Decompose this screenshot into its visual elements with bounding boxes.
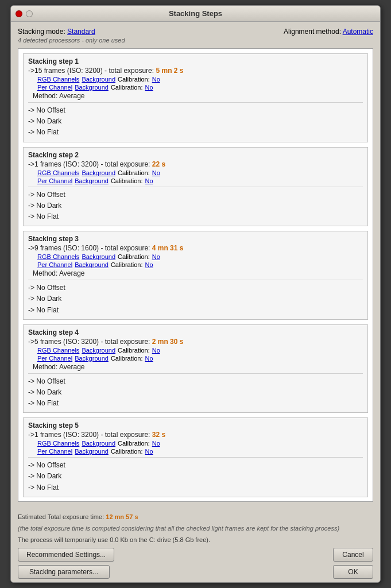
step-3-method: Method: Average — [33, 269, 363, 277]
step-1-bg-link1[interactable]: Background — [82, 76, 115, 83]
estimated-time-row: Estimated Total exposure time: 12 mn 57 … — [18, 512, 373, 522]
step-2-exposure: 22 s — [152, 160, 165, 168]
step-5-cal1-label: Calibration: — [118, 440, 150, 447]
step-3-title: Stacking step 3 — [28, 235, 363, 243]
step-1-links-row1: RGB Channels Background Calibration: No — [37, 76, 363, 83]
step-4-bg-link2[interactable]: Background — [75, 355, 109, 362]
step-1-info-0: -> No Offset — [28, 105, 363, 116]
step-4-cal2-label: Calibration: — [111, 355, 143, 362]
step-5-divider — [28, 457, 363, 458]
step-1-per-link[interactable]: Per Channel — [37, 84, 72, 91]
step-1-bg-link2[interactable]: Background — [75, 84, 109, 91]
step-3-divider — [28, 280, 363, 280]
minimize-button[interactable] — [26, 10, 33, 17]
step-3-per-link[interactable]: Per Channel — [37, 261, 72, 268]
cancel-button[interactable]: Cancel — [333, 548, 373, 562]
step-4-cal1-val[interactable]: No — [152, 347, 160, 354]
step-4-info-0: -> No Offset — [28, 376, 363, 387]
ok-button[interactable]: OK — [333, 565, 373, 579]
step-1-info: -> No Offset -> No Dark -> No Flat — [28, 105, 363, 138]
step-1-method: Method: Average — [33, 92, 363, 100]
step-3-links-row1: RGB Channels Background Calibration: No — [37, 253, 363, 260]
button-row-1: Recommended Settings... Cancel — [18, 548, 373, 562]
step-5-per-link[interactable]: Per Channel — [37, 448, 72, 455]
step-1-links-row2: Per Channel Background Calibration: No — [37, 84, 363, 91]
mode-value-link[interactable]: Standard — [67, 28, 95, 36]
step-4-bg-link1[interactable]: Background — [82, 347, 115, 354]
align-label: Alignment method: Automatic — [284, 28, 373, 36]
step-5-exposure: 32 s — [152, 431, 165, 439]
step-4-cal2-val[interactable]: No — [145, 355, 153, 362]
step-4-info-1: -> No Dark — [28, 387, 363, 398]
step-1-frames: ->15 frames (ISO: 3200) - total exposure… — [28, 67, 363, 75]
step-4-info-2: -> No Flat — [28, 398, 363, 409]
step-1-cal1-val[interactable]: No — [152, 76, 160, 83]
step-1-info-2: -> No Flat — [28, 127, 363, 138]
window-title: Stacking Steps — [169, 9, 222, 18]
step-5-cal2-val[interactable]: No — [145, 448, 153, 455]
step-box-2: Stacking step 2 ->1 frames (ISO: 3200) -… — [23, 147, 368, 227]
step-3-info-1: -> No Dark — [28, 293, 363, 304]
window-controls — [16, 10, 33, 17]
step-3-info-2: -> No Flat — [28, 305, 363, 316]
close-button[interactable] — [16, 10, 22, 17]
step-2-bg-link1[interactable]: Background — [82, 169, 115, 176]
align-value-link[interactable]: Automatic — [343, 28, 373, 36]
step-3-cal1-val[interactable]: No — [152, 253, 160, 260]
step-3-cal1-label: Calibration: — [118, 253, 150, 260]
step-5-info-0: -> No Offset — [28, 460, 363, 471]
mode-label: Stacking mode: Standard — [18, 28, 95, 36]
step-2-frames: ->1 frames (ISO: 3200) - total exposure:… — [28, 160, 363, 168]
step-4-rgb-link[interactable]: RGB Channels — [37, 347, 79, 354]
step-1-cal2-val[interactable]: No — [145, 84, 153, 91]
step-3-rgb-link[interactable]: RGB Channels — [37, 253, 79, 260]
step-box-4: Stacking step 4 ->5 frames (ISO: 3200) -… — [23, 324, 368, 413]
step-5-bg-link2[interactable]: Background — [75, 448, 109, 455]
step-4-cal1-label: Calibration: — [118, 347, 150, 354]
step-3-cal2-val[interactable]: No — [145, 261, 153, 268]
step-4-title: Stacking step 4 — [28, 328, 363, 336]
processors-note: 4 detected processors - only one used — [18, 37, 373, 44]
step-5-rgb-link[interactable]: RGB Channels — [37, 440, 79, 447]
stacking-params-button[interactable]: Stacking parameters... — [18, 565, 110, 579]
step-4-frames: ->5 frames (ISO: 3200) - total exposure:… — [28, 338, 363, 346]
step-4-info: -> No Offset -> No Dark -> No Flat — [28, 376, 363, 409]
step-4-per-link[interactable]: Per Channel — [37, 355, 72, 362]
step-5-frames: ->1 frames (ISO: 3200) - total exposure:… — [28, 431, 363, 439]
step-2-links-row2: Per Channel Background Calibration: No — [37, 177, 363, 184]
note-italic: (the total exposure time is computed con… — [18, 524, 373, 533]
step-5-info-2: -> No Flat — [28, 482, 363, 493]
step-1-cal1-label: Calibration: — [118, 76, 150, 83]
step-5-links-row1: RGB Channels Background Calibration: No — [37, 440, 363, 447]
step-2-cal2-val[interactable]: No — [145, 177, 153, 184]
step-3-bg-link1[interactable]: Background — [82, 253, 115, 260]
step-2-title: Stacking step 2 — [28, 151, 363, 159]
step-box-5: Stacking step 5 ->1 frames (ISO: 3200) -… — [23, 417, 368, 497]
step-5-bg-link1[interactable]: Background — [82, 440, 115, 447]
step-4-exposure: 2 mn 30 s — [152, 338, 184, 346]
titlebar: Stacking Steps — [11, 6, 380, 22]
step-2-divider — [28, 187, 363, 187]
step-2-info-0: -> No Offset — [28, 189, 363, 200]
step-5-cal1-val[interactable]: No — [152, 440, 160, 447]
step-1-title: Stacking step 1 — [28, 57, 363, 65]
step-2-cal2-label: Calibration: — [111, 177, 143, 184]
step-2-per-link[interactable]: Per Channel — [37, 177, 72, 184]
steps-scroll-area[interactable]: Stacking step 1 ->15 frames (ISO: 3200) … — [18, 48, 373, 502]
step-1-exposure: 5 mn 2 s — [156, 67, 183, 75]
recommended-settings-button[interactable]: Recommended Settings... — [18, 548, 114, 562]
button-row-2: Stacking parameters... OK — [18, 565, 373, 579]
mode-row: Stacking mode: Standard Alignment method… — [18, 28, 373, 36]
step-3-frames: ->9 frames (ISO: 1600) - total exposure:… — [28, 244, 363, 252]
step-5-links-row2: Per Channel Background Calibration: No — [37, 448, 363, 455]
estimated-time-value: 12 mn 57 s — [106, 513, 138, 520]
step-3-cal2-label: Calibration: — [111, 261, 143, 268]
step-2-bg-link2[interactable]: Background — [75, 177, 109, 184]
step-2-rgb-link[interactable]: RGB Channels — [37, 169, 79, 176]
step-1-rgb-link[interactable]: RGB Channels — [37, 76, 79, 83]
step-1-cal2-label: Calibration: — [111, 84, 143, 91]
step-3-bg-link2[interactable]: Background — [75, 261, 109, 268]
step-3-info-0: -> No Offset — [28, 283, 363, 293]
step-2-cal1-val[interactable]: No — [152, 169, 160, 176]
step-5-cal2-label: Calibration: — [111, 448, 143, 455]
